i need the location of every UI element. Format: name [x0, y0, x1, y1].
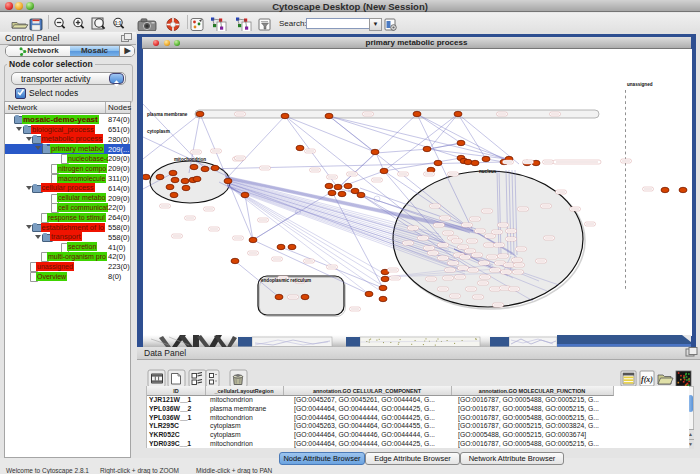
svg-text:mitochondrion: mitochondrion	[174, 157, 206, 162]
svg-text:unassigned: unassigned	[627, 82, 653, 87]
svg-text:nucleus: nucleus	[479, 169, 497, 174]
svg-text:endoplasmic reticulum: endoplasmic reticulum	[261, 278, 311, 283]
svg-text:plasma membrane: plasma membrane	[147, 112, 188, 117]
svg-text:f(x): f(x)	[641, 375, 653, 384]
svg-text:1:1: 1:1	[115, 21, 122, 26]
svg-text:cytoplasm: cytoplasm	[147, 129, 170, 134]
